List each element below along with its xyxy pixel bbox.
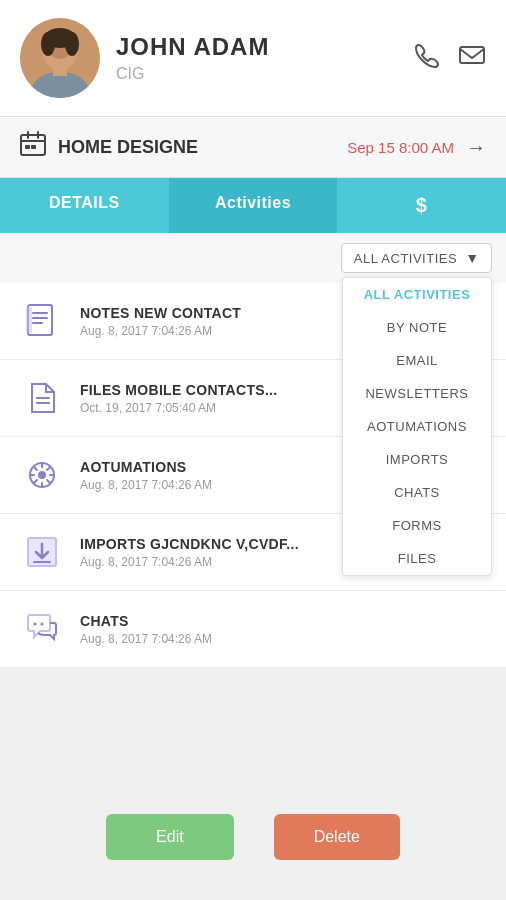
svg-point-17 (34, 623, 37, 626)
filter-dropdown[interactable]: ALL ACTIVITIES ▼ (341, 243, 492, 273)
edit-button[interactable]: Edit (106, 814, 234, 860)
svg-rect-7 (53, 66, 67, 76)
email-icon[interactable] (458, 41, 486, 75)
notes-icon (20, 299, 64, 343)
dropdown-item-imports[interactable]: IMPORTS (343, 443, 491, 476)
dropdown-item-all[interactable]: ALL ACTIVITIES (343, 278, 491, 311)
chevron-down-icon: ▼ (465, 250, 479, 266)
tabs: DETAILS Activities $ (0, 178, 506, 233)
chats-icon (20, 607, 64, 651)
dropdown-item-chats[interactable]: CHATS (343, 476, 491, 509)
user-name: JOHN ADAM (116, 33, 414, 61)
svg-rect-13 (26, 307, 32, 333)
imports-icon (20, 530, 64, 574)
event-bar: HOME DESIGNE Sep 15 8:00 AM → (0, 117, 506, 178)
tab-activities[interactable]: Activities (169, 178, 338, 233)
header-info: JOHN ADAM CIG (116, 33, 414, 83)
avatar (20, 18, 100, 98)
filter-bar: ALL ACTIVITIES ▼ ALL ACTIVITIES BY NOTE … (0, 233, 506, 283)
event-title: HOME DESIGNE (58, 137, 347, 158)
automations-icon (20, 453, 64, 497)
header: JOHN ADAM CIG (0, 0, 506, 117)
activity-item-chats: CHATS Aug. 8, 2017 7:04:26 AM (0, 591, 506, 668)
header-actions (414, 41, 486, 75)
files-icon (20, 376, 64, 420)
dropdown-item-forms[interactable]: FORMS (343, 509, 491, 542)
event-arrow-icon[interactable]: → (466, 136, 486, 159)
tab-dollar[interactable]: $ (337, 178, 506, 233)
svg-rect-11 (31, 145, 36, 149)
activity-text: CHATS Aug. 8, 2017 7:04:26 AM (80, 613, 486, 646)
user-company: CIG (116, 65, 414, 83)
calendar-icon (20, 131, 46, 163)
svg-point-4 (41, 32, 55, 56)
bottom-bar: Edit Delete (0, 814, 506, 860)
dropdown-menu: ALL ACTIVITIES BY NOTE EMAIL NEWSLETTERS… (342, 277, 492, 576)
svg-point-18 (41, 623, 44, 626)
dropdown-item-newsletters[interactable]: NEWSLETTERS (343, 377, 491, 410)
svg-rect-8 (460, 47, 484, 63)
dropdown-item-email[interactable]: EMAIL (343, 344, 491, 377)
dropdown-item-files[interactable]: FILES (343, 542, 491, 575)
dropdown-item-bynote[interactable]: BY NOTE (343, 311, 491, 344)
svg-rect-10 (25, 145, 30, 149)
dropdown-item-aotumations[interactable]: AOTUMATIONS (343, 410, 491, 443)
phone-icon[interactable] (414, 41, 442, 75)
svg-point-15 (38, 471, 46, 479)
tab-details[interactable]: DETAILS (0, 178, 169, 233)
event-date: Sep 15 8:00 AM (347, 139, 454, 156)
filter-label: ALL ACTIVITIES (354, 251, 457, 266)
svg-point-5 (65, 32, 79, 56)
activity-title: CHATS (80, 613, 486, 629)
delete-button[interactable]: Delete (274, 814, 400, 860)
activity-date: Aug. 8, 2017 7:04:26 AM (80, 632, 486, 646)
